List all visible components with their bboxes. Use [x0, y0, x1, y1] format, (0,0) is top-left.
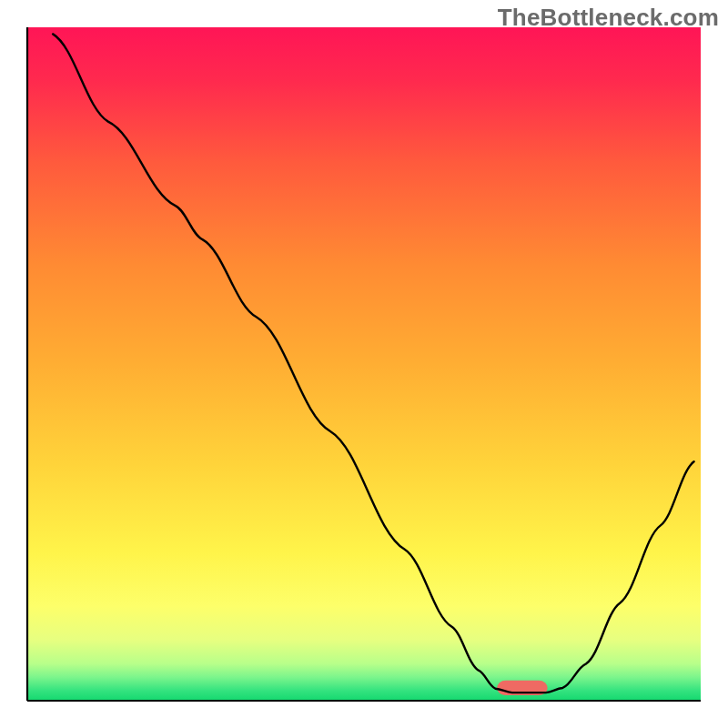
- plot-background: [27, 27, 701, 701]
- chart-container: TheBottleneck.com: [0, 0, 728, 728]
- bottleneck-chart: [0, 0, 728, 728]
- watermark-text: TheBottleneck.com: [498, 4, 719, 32]
